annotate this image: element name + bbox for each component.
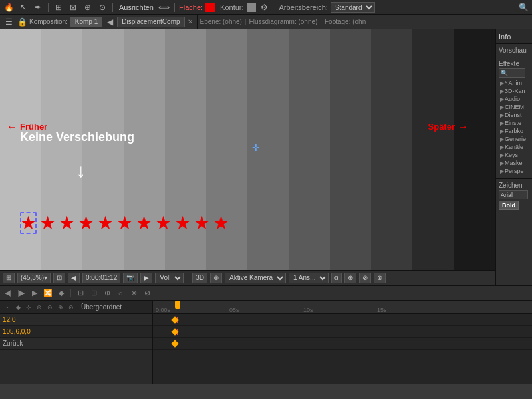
timeline-right[interactable]: 0:00s 05s 10s 15s I I [153, 301, 532, 384]
effects-item-7[interactable]: ▶Generie [499, 135, 529, 143]
viewer-cam-btn[interactable]: 📷 [123, 273, 138, 283]
flame-icon[interactable]: 🔥 [3, 1, 15, 13]
star-6: ★ [136, 212, 152, 234]
komposition-label: Komposition: [29, 18, 68, 25]
search-icon[interactable]: 🔍 [517, 1, 529, 13]
viewer-zoom-btn[interactable]: (45,3%) ▾ [17, 273, 51, 283]
effects-item-0[interactable]: ▶* Anim [499, 79, 529, 87]
komp1-tab[interactable]: Komp 1 [70, 17, 102, 27]
effects-item-2[interactable]: ▶Audio [499, 95, 529, 103]
tl-li-3[interactable]: ⊛ [35, 303, 44, 312]
tl-li-4[interactable]: ⊙ [45, 303, 55, 312]
star-4: ★ [97, 212, 114, 234]
tool-icon-5[interactable]: ⊙ [96, 1, 108, 13]
viewer-fit-btn[interactable]: ⊡ [53, 273, 65, 283]
effects-item-6[interactable]: ▶Farbko [499, 127, 529, 135]
fluss-label: Flussdiagramm: (ohne) [249, 18, 318, 25]
effects-item-11[interactable]: ▶Perspe [499, 167, 529, 175]
strip-10 [412, 29, 454, 270]
tl-icon-8[interactable]: ○ [115, 288, 126, 299]
timeline-ruler: 0:00s 05s 10s 15s [153, 301, 532, 314]
tool-icon-3[interactable]: ⊠ [67, 1, 79, 13]
kontur-swatch[interactable] [247, 3, 256, 12]
kontur-icon-extra[interactable]: ⚙ [259, 1, 271, 13]
panel-menu-icon[interactable]: ☰ [3, 16, 15, 28]
tl-icon-7[interactable]: ⊕ [102, 288, 112, 299]
displacement-tab[interactable]: DisplacementComp [117, 17, 184, 27]
timeline-left-header: - ◆ ⊹ ⊛ ⊙ ⊕ ⊘ Übergeordnet [0, 301, 152, 314]
viewer-extra-btn[interactable]: ⊕ [344, 273, 356, 283]
tab-arrow-left[interactable]: ◀ [104, 16, 116, 28]
tl-li-5[interactable]: ⊕ [56, 303, 65, 312]
layer-value-0: 12,0 [3, 316, 15, 323]
effects-search[interactable] [499, 68, 525, 78]
flaeche-swatch[interactable] [205, 3, 215, 12]
sep2 [112, 3, 113, 12]
tl-icon-2[interactable]: ▶ [29, 288, 40, 299]
tl-icon-3[interactable]: 🔀 [43, 288, 53, 299]
viewer-bottom: ⊞ (45,3%) ▾ ⊡ ◀ 0:00:01:12 📷 ▶ Voll 3D ⊛… [0, 270, 495, 285]
align-icon[interactable]: ⟺ [158, 1, 170, 13]
effekte-label: Effekte [499, 60, 519, 67]
tl-icon-9[interactable]: ⊗ [128, 288, 139, 299]
sep3 [174, 3, 175, 12]
effects-item-1[interactable]: ▶3D-Kan [499, 87, 529, 95]
tl-icon-10[interactable]: ⊘ [142, 288, 152, 299]
tl-icon-5[interactable]: ⊡ [75, 288, 86, 299]
tl-right-layer-0: I [153, 314, 532, 326]
effects-item-3[interactable]: ▶CINEM [499, 103, 529, 111]
panel-lock-icon[interactable]: 🔒 [16, 16, 28, 28]
tl-li-2[interactable]: ⊹ [24, 303, 33, 312]
ruler-mark-1: 05s [229, 307, 239, 313]
camera-dropdown[interactable]: Aktive Kamera [225, 273, 286, 283]
viewer-canvas[interactable]: Früher Später Keine Verschiebung ↓ ✛ ★ ★… [0, 29, 495, 270]
tl-icon-6[interactable]: ⊞ [88, 288, 99, 299]
font-name-input[interactable] [499, 190, 528, 200]
tl-li-0[interactable]: - [3, 303, 12, 312]
arbeitsbereich-dropdown[interactable]: Standard [331, 2, 375, 13]
views-dropdown[interactable]: 1 Ans... [289, 273, 329, 283]
strip-8 [330, 29, 371, 270]
viewer-next-btn[interactable]: ▶ [140, 273, 152, 283]
quality-dropdown[interactable]: Voll [155, 273, 184, 283]
effects-item-4[interactable]: ▶Dienst [499, 111, 529, 119]
vorschau-label: Vorschau [499, 47, 527, 54]
viewer-timecode[interactable]: 0:00:01:12 [82, 273, 120, 283]
tl-li-6[interactable]: ⊘ [66, 303, 76, 312]
effekte-row: Effekte [499, 60, 529, 67]
ruler-mark-0: 0:00s [156, 307, 170, 313]
pen-icon[interactable]: ✒ [32, 1, 44, 13]
effects-item-9[interactable]: ▶Keys [499, 151, 529, 159]
viewer-3d-btn[interactable]: 3D [192, 273, 207, 283]
layer-value-1: 105,6,0,0 [3, 328, 31, 335]
cursor-icon[interactable]: ↖ [17, 1, 29, 13]
viewer-grid-btn[interactable]: ⊞ [3, 273, 15, 283]
star-10: ★ [213, 212, 229, 234]
kontur-label: Kontur: [220, 3, 243, 11]
tl-icon-4[interactable]: ◆ [56, 288, 66, 299]
playhead[interactable] [178, 301, 178, 384]
panel-close[interactable]: ✕ [186, 18, 194, 25]
timeline-left: - ◆ ⊹ ⊛ ⊙ ⊕ ⊘ Übergeordnet 12,0 105,6,0,… [0, 301, 153, 384]
bold-button[interactable]: Bold [499, 201, 519, 210]
tl-icon-1[interactable]: |▶ [16, 288, 27, 299]
effects-item-8[interactable]: ▶Kanäle [499, 143, 529, 151]
ruler-mark-3: 15s [377, 307, 387, 313]
keine-label: Keine Verschiebung [20, 130, 134, 144]
tool-icon-4[interactable]: ⊕ [82, 1, 94, 13]
viewer-prev-btn[interactable]: ◀ [68, 273, 80, 283]
effects-item-5[interactable]: ▶Einste [499, 119, 529, 127]
star-9: ★ [194, 212, 210, 234]
tl-li-1[interactable]: ◆ [13, 303, 23, 312]
viewer-extra3-btn[interactable]: ⊗ [374, 273, 386, 283]
viewer-alpha-btn[interactable]: α [331, 273, 342, 283]
strip-7 [289, 29, 330, 270]
viewer-mode-btn[interactable]: ⊛ [210, 273, 222, 283]
tl-icon-0[interactable]: ◀| [3, 288, 13, 299]
effekte-section: Effekte ▶* Anim ▶3D-Kan ▶Audio ▶CINEM ▶D… [496, 57, 532, 178]
arbeitsbereich-label: Arbeitsbereich: [279, 3, 328, 11]
tl-layer-header-label: Übergeordnet [78, 303, 150, 311]
effects-item-10[interactable]: ▶Maske [499, 159, 529, 167]
viewer-extra2-btn[interactable]: ⊘ [359, 273, 371, 283]
tool-icon-2[interactable]: ⊞ [53, 1, 65, 13]
